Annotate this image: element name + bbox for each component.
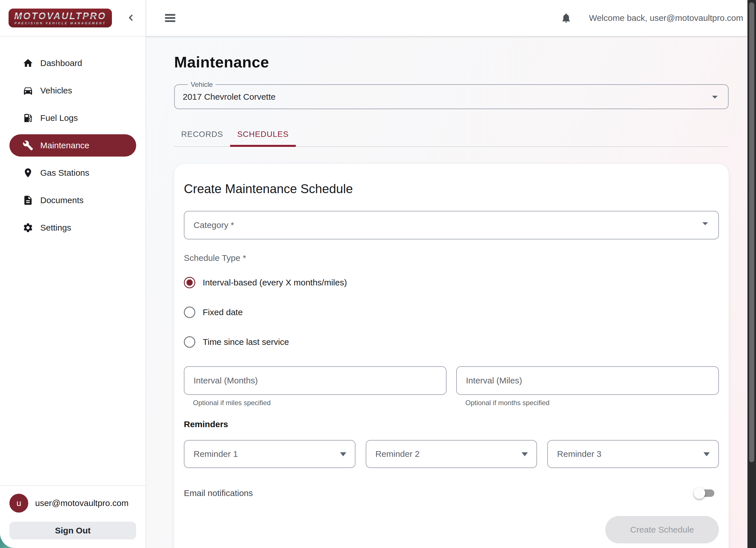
radio-interval-based[interactable]: Interval-based (every X months/miles) bbox=[184, 272, 719, 293]
sidebar-item-label: Settings bbox=[40, 223, 71, 232]
interval-miles-input[interactable] bbox=[466, 376, 709, 386]
scrollbar-thumb[interactable] bbox=[749, 2, 754, 462]
interval-fields-row: Optional if miles specified Optional if … bbox=[184, 366, 719, 407]
avatar: u bbox=[9, 494, 28, 513]
email-notifications-toggle[interactable] bbox=[694, 486, 716, 500]
schedule-type-label: Schedule Type * bbox=[184, 253, 719, 263]
sidebar-item-fuel-logs[interactable]: Fuel Logs bbox=[9, 107, 136, 129]
email-notifications-label: Email notifications bbox=[184, 488, 253, 498]
reminder-select-placeholder: Reminder 1 bbox=[194, 449, 238, 459]
sidebar-item-label: Vehicles bbox=[40, 86, 72, 95]
app-root: MOTOVAULTPRO PRECISION VEHICLE MANAGEMEN… bbox=[0, 0, 756, 548]
chevron-down-icon bbox=[708, 90, 722, 104]
sidebar-item-documents[interactable]: Documents bbox=[9, 189, 136, 211]
page-scrollbar[interactable] bbox=[747, 0, 756, 548]
interval-months-field[interactable] bbox=[184, 366, 447, 395]
tab-bar: RECORDS SCHEDULES bbox=[174, 122, 729, 147]
create-schedule-button[interactable]: Create Schedule bbox=[605, 516, 719, 543]
home-icon bbox=[23, 58, 33, 69]
radio-label: Time since last service bbox=[203, 337, 289, 347]
chevron-down-icon bbox=[698, 216, 712, 230]
dropdown-arrow-icon bbox=[340, 452, 346, 456]
reminder-select-placeholder: Reminder 2 bbox=[375, 449, 420, 459]
toggle-thumb bbox=[694, 487, 705, 499]
interval-miles-helper: Optional if months specified bbox=[465, 399, 719, 407]
reminders-label: Reminders bbox=[184, 420, 719, 429]
sidebar-item-gas-stations[interactable]: Gas Stations bbox=[9, 162, 136, 184]
category-select[interactable]: Category * bbox=[184, 211, 719, 239]
radio-button-icon bbox=[184, 307, 195, 318]
user-email: user@motovaultpro.com bbox=[35, 498, 128, 508]
sidebar: MOTOVAULTPRO PRECISION VEHICLE MANAGEMEN… bbox=[0, 0, 146, 548]
sidebar-nav: Dashboard Vehicles Fuel Logs Maintenance bbox=[0, 37, 146, 485]
sidebar-item-settings[interactable]: Settings bbox=[9, 216, 136, 239]
sidebar-collapse-button[interactable] bbox=[124, 12, 137, 24]
dropdown-arrow-icon bbox=[703, 452, 710, 456]
radio-time-since-last-service[interactable]: Time since last service bbox=[184, 332, 719, 352]
map-pin-icon bbox=[23, 167, 33, 178]
radio-label: Fixed date bbox=[203, 308, 243, 317]
brand-logo: MOTOVAULTPRO PRECISION VEHICLE MANAGEMEN… bbox=[9, 9, 112, 27]
interval-months-helper: Optional if miles specified bbox=[193, 399, 447, 407]
hamburger-menu-icon[interactable] bbox=[165, 12, 178, 24]
topbar: Welcome back, user@motovaultpro.com bbox=[146, 0, 756, 37]
brand-title: MOTOVAULTPRO bbox=[14, 11, 106, 21]
gear-icon bbox=[23, 222, 33, 233]
vehicle-select-label: Vehicle bbox=[191, 81, 213, 89]
tab-label: RECORDS bbox=[181, 130, 223, 139]
card-title: Create Maintenance Schedule bbox=[184, 182, 719, 196]
page-content: Maintenance Vehicle 2017 Chevrolet Corve… bbox=[146, 37, 756, 548]
active-tab-indicator bbox=[230, 145, 296, 147]
radio-button-icon bbox=[184, 336, 195, 348]
sidebar-item-label: Dashboard bbox=[40, 58, 82, 68]
email-notifications-row: Email notifications bbox=[184, 486, 719, 500]
sidebar-header: MOTOVAULTPRO PRECISION VEHICLE MANAGEMEN… bbox=[0, 0, 146, 37]
sidebar-footer: u user@motovaultpro.com Sign Out bbox=[0, 485, 146, 548]
submit-row: Create Schedule bbox=[184, 516, 719, 543]
interval-miles-field[interactable] bbox=[456, 366, 719, 395]
sidebar-item-label: Gas Stations bbox=[40, 168, 89, 178]
radio-label: Interval-based (every X months/miles) bbox=[203, 278, 347, 288]
schedule-type-radio-group: Interval-based (every X months/miles) Fi… bbox=[184, 272, 719, 352]
interval-miles-group: Optional if months specified bbox=[456, 366, 719, 407]
reminder-1-select[interactable]: Reminder 1 bbox=[184, 440, 355, 468]
tab-label: SCHEDULES bbox=[237, 130, 289, 139]
wrench-icon bbox=[23, 140, 33, 151]
sidebar-item-vehicles[interactable]: Vehicles bbox=[9, 79, 136, 102]
category-select-placeholder: Category * bbox=[194, 220, 234, 230]
sidebar-item-maintenance[interactable]: Maintenance bbox=[9, 134, 136, 156]
main-area: Welcome back, user@motovaultpro.com Main… bbox=[146, 0, 756, 548]
interval-months-group: Optional if miles specified bbox=[184, 366, 447, 407]
welcome-text: Welcome back, user@motovaultpro.com bbox=[589, 13, 743, 23]
reminders-row: Reminder 1 Reminder 2 Reminder 3 bbox=[184, 440, 719, 468]
chevron-left-icon bbox=[126, 13, 136, 23]
sidebar-item-label: Documents bbox=[40, 195, 84, 205]
document-icon bbox=[23, 195, 33, 206]
reminder-2-select[interactable]: Reminder 2 bbox=[366, 440, 537, 468]
page-title: Maintenance bbox=[174, 53, 729, 71]
sidebar-item-label: Maintenance bbox=[40, 140, 89, 150]
create-schedule-card: Create Maintenance Schedule Category * S… bbox=[174, 164, 729, 548]
user-row: u user@motovaultpro.com bbox=[9, 494, 136, 513]
car-icon bbox=[23, 85, 33, 96]
dropdown-arrow-icon bbox=[522, 452, 528, 456]
radio-button-icon bbox=[184, 277, 195, 288]
sidebar-item-dashboard[interactable]: Dashboard bbox=[9, 52, 136, 74]
tab-records[interactable]: RECORDS bbox=[174, 122, 230, 146]
vehicle-select-value: 2017 Chevrolet Corvette bbox=[183, 92, 276, 102]
brand-subtitle: PRECISION VEHICLE MANAGEMENT bbox=[15, 22, 106, 25]
reminder-3-select[interactable]: Reminder 3 bbox=[547, 440, 719, 468]
vehicle-select[interactable]: Vehicle 2017 Chevrolet Corvette bbox=[174, 81, 729, 109]
topbar-right: Welcome back, user@motovaultpro.com bbox=[560, 12, 743, 24]
radio-fixed-date[interactable]: Fixed date bbox=[184, 302, 719, 322]
sidebar-item-label: Fuel Logs bbox=[40, 113, 78, 123]
sign-out-button[interactable]: Sign Out bbox=[9, 522, 136, 539]
reminder-select-placeholder: Reminder 3 bbox=[557, 449, 601, 459]
tab-schedules[interactable]: SCHEDULES bbox=[230, 122, 296, 146]
interval-months-input[interactable] bbox=[194, 376, 437, 386]
notifications-bell-icon[interactable] bbox=[560, 12, 573, 24]
gas-pump-icon bbox=[23, 113, 33, 123]
